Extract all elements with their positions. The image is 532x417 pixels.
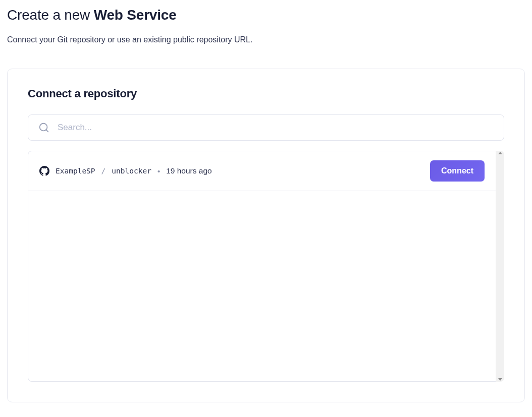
- page-title-prefix: Create a new: [7, 7, 94, 23]
- page-subtitle: Connect your Git repository or use an ex…: [7, 35, 525, 44]
- repo-name: unblocker: [112, 167, 151, 175]
- connect-button[interactable]: Connect: [430, 160, 485, 182]
- repo-owner: ExampleSP: [56, 167, 95, 175]
- search-input[interactable]: [58, 123, 494, 133]
- repo-list: ExampleSP / unblocker • 19 hours ago Con…: [28, 151, 496, 382]
- repo-updated-time: 19 hours ago: [166, 166, 212, 175]
- github-icon: [39, 166, 49, 176]
- connect-repository-card: Connect a repository ExampleSP /: [7, 69, 525, 402]
- page-title-strong: Web Service: [94, 7, 177, 23]
- repo-row-left: ExampleSP / unblocker • 19 hours ago: [39, 166, 212, 176]
- page-title: Create a new Web Service: [7, 7, 525, 23]
- repo-row: ExampleSP / unblocker • 19 hours ago Con…: [28, 151, 496, 191]
- scrollbar[interactable]: [496, 151, 504, 382]
- repo-separator-dot: •: [157, 167, 160, 175]
- scroll-up-icon[interactable]: [498, 152, 502, 154]
- repo-list-container: ExampleSP / unblocker • 19 hours ago Con…: [28, 151, 504, 382]
- card-heading: Connect a repository: [28, 87, 504, 100]
- repo-slash: /: [101, 167, 106, 175]
- svg-line-1: [46, 130, 48, 132]
- search-input-container[interactable]: [28, 114, 504, 141]
- search-icon: [38, 122, 49, 133]
- scroll-down-icon[interactable]: [498, 378, 502, 381]
